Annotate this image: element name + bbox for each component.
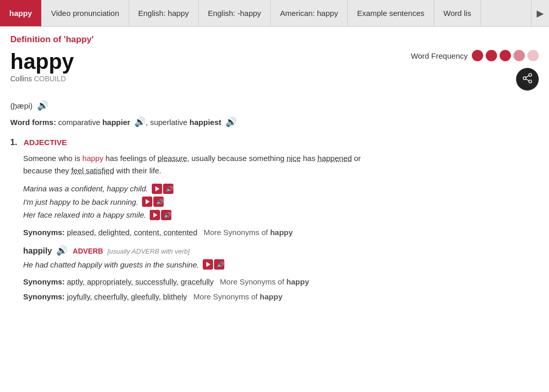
freq-dot-4 (513, 50, 525, 61)
happily-syn-words-1: aptly, appropriately, successfully, grac… (67, 277, 214, 286)
synonyms-label-1: Synonyms: (23, 228, 65, 237)
more-syn-word-3: happy (260, 292, 282, 301)
svg-line-4 (526, 75, 529, 77)
examples: Marina was a confident, happy child. 🔊 I… (23, 182, 539, 222)
def-feel-satisfied: feel satisfied (71, 166, 114, 175)
pron-ipa-rest: æpi (17, 101, 30, 110)
main-content: Definition of 'happy' happy Collins COBU… (0, 27, 549, 311)
example-1-audio[interactable]: 🔊 (152, 184, 173, 194)
source-brand: Collins (10, 75, 32, 83)
word-forms-label: Word forms: (10, 118, 56, 127)
def-pleasure: pleasure (157, 154, 187, 163)
freq-dot-3 (500, 50, 511, 61)
svg-point-2 (529, 80, 532, 83)
example-3-audio[interactable]: 🔊 (150, 210, 171, 220)
pron-bracket-close: ) (30, 101, 32, 110)
more-syn-word-2: happy (287, 277, 309, 286)
frequency-dots (472, 50, 539, 61)
def-nice: nice (287, 154, 301, 163)
happily-audio-icon: 🔊 (56, 245, 67, 256)
tab-english-happy[interactable]: English: happy (129, 0, 199, 26)
freq-dot-1 (472, 50, 483, 61)
happily-syn-words-2: joyfully, cheerfully, gleefully, blithel… (67, 292, 187, 301)
happily-pos: ADVERB (73, 247, 103, 255)
happily-entry: happily 🔊 ADVERB [usually ADVERB with ve… (23, 245, 539, 272)
freq-dot-2 (486, 50, 497, 61)
freq-dot-5 (527, 50, 539, 61)
svg-text:🔊: 🔊 (163, 211, 171, 219)
example-1-text: Marina was a confident, happy child. (23, 182, 148, 195)
word-forms: Word forms: comparative happier 🔊 , supe… (10, 116, 539, 128)
svg-point-0 (529, 73, 532, 76)
more-synonyms-link-3[interactable]: More Synonyms of happy (193, 292, 282, 301)
nav-tabs: happy Video pronunciation English: happy… (0, 0, 549, 27)
word-frequency-row: Word Frequency (411, 50, 539, 61)
example-2-text: I'm just happy to be back running. (23, 195, 138, 209)
svg-text:🔊: 🔊 (155, 198, 164, 205)
more-syn-word-1: happy (270, 228, 293, 237)
sense-1-pos: ADJECTIVE (24, 138, 67, 147)
word-heading-row: happy Collins COBUILD Word Frequency (10, 50, 539, 91)
happily-example-audio[interactable]: 🔊 (203, 259, 224, 270)
source-series: COBUILD (34, 75, 66, 83)
audio-icon: 🔊 (37, 100, 48, 111)
more-synonyms-link-2[interactable]: More Synonyms of happy (220, 277, 309, 286)
tab-video-pronunciation[interactable]: Video pronunciation (42, 0, 129, 26)
word-frequency-area: Word Frequency (411, 50, 539, 91)
superlative-word: happiest (189, 118, 221, 127)
tab-american-happy[interactable]: American: happy (271, 0, 348, 26)
happily-audio-button[interactable]: 🔊 (56, 245, 67, 256)
happily-example-text: He had chatted happily with guests in th… (23, 258, 199, 272)
happily-word: happily (23, 246, 52, 255)
word-heading-left: happy Collins COBUILD (10, 50, 74, 83)
svg-text:🔊: 🔊 (165, 185, 173, 192)
svg-text:🔊: 🔊 (216, 261, 224, 268)
pronunciation-audio-button[interactable]: 🔊 (37, 100, 48, 111)
svg-line-3 (526, 79, 529, 81)
word-frequency-label: Word Frequency (411, 51, 468, 60)
more-tabs-button[interactable]: ▶ (531, 0, 549, 26)
superlative-label: superlative (150, 118, 188, 127)
happily-header: happily 🔊 ADVERB [usually ADVERB with ve… (23, 245, 539, 256)
happily-synonyms-1: Synonyms: aptly, appropriately, successf… (23, 277, 539, 286)
more-syn-prefix-2: More Synonyms of (220, 277, 284, 286)
share-icon (522, 73, 533, 86)
sense-1-header: 1. ADJECTIVE (10, 138, 539, 147)
tab-example-sentences[interactable]: Example sentences (348, 0, 434, 26)
superlative-audio-icon: 🔊 (225, 116, 237, 128)
definition-title: Definition of 'happy' (10, 34, 539, 45)
happily-syn-label-1: Synonyms: (23, 277, 65, 286)
more-synonyms-link-1[interactable]: More Synonyms of happy (204, 228, 293, 237)
tab-english-happy-prefix[interactable]: English: -happy (199, 0, 271, 26)
chevron-right-icon: ▶ (537, 8, 544, 19)
def-happened: happened (317, 154, 352, 163)
def-link-happy[interactable]: happy (82, 154, 103, 163)
comparative-label: comparative (58, 118, 100, 127)
headword: happy (10, 50, 74, 74)
comparative-audio-icon: 🔊 (134, 116, 146, 128)
share-button[interactable] (516, 68, 539, 91)
example-1: Marina was a confident, happy child. 🔊 (23, 182, 539, 195)
synonyms-words-1: pleased, delighted, content, contented (67, 228, 198, 237)
sense-1-number: 1. (10, 138, 17, 147)
tab-word-list[interactable]: Word lis (434, 0, 481, 26)
superlative-audio-button[interactable]: 🔊 (225, 116, 237, 128)
sense-1-synonyms: Synonyms: pleased, delighted, content, c… (23, 228, 539, 237)
tab-happy[interactable]: happy (0, 0, 42, 26)
happily-pos-note: [usually ADVERB with verb] (108, 247, 190, 255)
more-syn-prefix-1: More Synonyms of (204, 228, 268, 237)
example-2: I'm just happy to be back running. 🔊 (23, 195, 539, 209)
example-2-audio[interactable]: 🔊 (142, 197, 164, 207)
more-syn-prefix-3: More Synonyms of (193, 292, 258, 301)
happily-example: He had chatted happily with guests in th… (23, 258, 539, 272)
word-source: Collins COBUILD (10, 75, 74, 83)
happily-syn-label-2: Synonyms: (23, 292, 65, 301)
happily-synonyms-2: Synonyms: joyfully, cheerfully, gleefull… (23, 292, 539, 301)
example-3: Her face relaxed into a happy smile. 🔊 (23, 208, 539, 222)
svg-point-1 (523, 77, 526, 80)
comparative-word: happier (102, 118, 130, 127)
comparative-audio-button[interactable]: 🔊 (134, 116, 146, 128)
pronunciation: (hæpi) 🔊 (10, 100, 539, 111)
example-3-text: Her face relaxed into a happy smile. (23, 208, 146, 222)
sense-1-definition: Someone who is happy has feelings of ple… (23, 152, 539, 177)
